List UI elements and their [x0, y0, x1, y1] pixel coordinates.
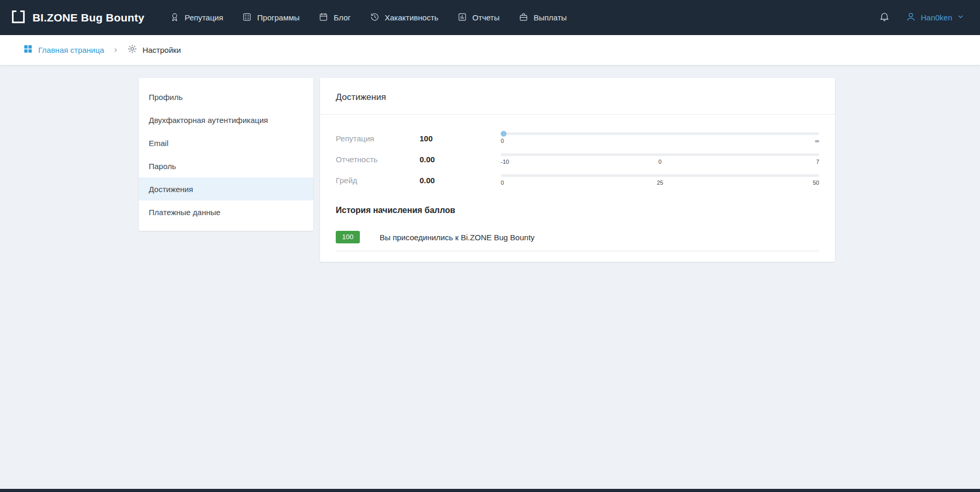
reports-icon	[457, 12, 467, 24]
footer-bar	[0, 489, 980, 492]
menu-item-label: Профиль	[149, 93, 183, 102]
slider-scale: -10 0 7	[501, 159, 819, 165]
metric-row-reporting: Отчетность 0.00 -10 0 7	[336, 150, 819, 168]
nav-item-label: Хакактивность	[385, 13, 438, 22]
metric-label: Репутация	[336, 134, 420, 143]
user-menu[interactable]: Han0ken	[906, 12, 964, 24]
slider-track	[501, 132, 819, 135]
reporting-slider: -10 0 7	[501, 153, 819, 165]
menu-item-label: Email	[149, 139, 169, 148]
reputation-icon	[170, 12, 180, 24]
grade-slider: 0 25 50	[501, 174, 819, 186]
slider-scale: 0 ∞	[501, 138, 819, 144]
history-item: 100 Вы присоединились к Bi.ZONE Bug Boun…	[336, 231, 819, 251]
breadcrumb-home-link[interactable]: Главная страница	[23, 44, 104, 56]
slider-handle[interactable]	[501, 131, 506, 137]
menu-item-profile[interactable]: Профиль	[139, 85, 313, 108]
menu-item-label: Платежные данные	[149, 208, 221, 217]
nav-item-reputation[interactable]: Репутация	[162, 7, 230, 29]
nav-item-label: Выплаты	[534, 13, 567, 22]
slider-track	[501, 174, 819, 177]
blog-icon	[318, 12, 328, 24]
breadcrumb-current: Настройки	[127, 44, 181, 56]
reputation-slider: 0 ∞	[501, 132, 819, 144]
nav-item-reports[interactable]: Отчеты	[450, 7, 507, 29]
metric-label: Грейд	[336, 176, 420, 185]
bell-icon	[879, 11, 890, 24]
metric-label: Отчетность	[336, 155, 420, 164]
payouts-icon	[519, 12, 528, 24]
menu-item-email[interactable]: Email	[139, 131, 313, 154]
topnav-right: Han0ken	[879, 11, 964, 24]
breadcrumb-current-label: Настройки	[142, 46, 181, 54]
slider-track	[501, 153, 819, 156]
bizone-logo-icon	[10, 9, 26, 27]
scale-max: 50	[813, 180, 819, 186]
notifications-button[interactable]	[879, 11, 890, 24]
nav-item-label: Блог	[334, 13, 350, 22]
history-text: Вы присоединились к Bi.ZONE Bug Bounty	[380, 233, 535, 242]
nav-item-payouts[interactable]: Выплаты	[511, 7, 574, 29]
main-nav: Репутация Программы Блог	[162, 7, 574, 29]
nav-item-label: Программы	[257, 13, 300, 22]
metric-row-reputation: Репутация 100 0 ∞	[336, 129, 819, 147]
chevron-down-icon	[957, 13, 964, 22]
home-grid-icon	[23, 44, 33, 56]
menu-item-label: Пароль	[149, 162, 176, 171]
scale-mid: 0	[658, 159, 662, 165]
scale-min: 0	[501, 180, 504, 186]
menu-item-label: Достижения	[149, 185, 193, 194]
menu-item-payment-data[interactable]: Платежные данные	[139, 200, 313, 223]
settings-menu-card: Профиль Двухфакторная аутентификация Ema…	[139, 78, 313, 231]
metric-value: 100	[420, 134, 501, 143]
hackactivity-icon	[370, 12, 380, 24]
nav-item-blog[interactable]: Блог	[311, 7, 358, 29]
page-content: Профиль Двухфакторная аутентификация Ema…	[0, 65, 980, 489]
brand-logo[interactable]: BI.ZONE Bug Bounty	[10, 9, 145, 27]
user-icon	[906, 12, 916, 24]
scale-mid: 25	[657, 180, 663, 186]
nav-item-label: Отчеты	[472, 13, 500, 22]
menu-item-label: Двухфакторная аутентификация	[149, 116, 268, 125]
metric-value: 0.00	[420, 176, 501, 185]
nav-item-hackactivity[interactable]: Хакактивность	[362, 7, 446, 29]
metric-value: 0.00	[420, 155, 501, 164]
history-title: История начисления баллов	[336, 206, 819, 215]
breadcrumb-home-label: Главная страница	[38, 46, 104, 54]
scale-min: -10	[501, 159, 509, 165]
achievements-title: Достижения	[320, 78, 835, 115]
top-navigation: BI.ZONE Bug Bounty Репутация Программы	[0, 0, 980, 35]
user-name: Han0ken	[921, 13, 952, 22]
metric-row-grade: Грейд 0.00 0 25 50	[336, 171, 819, 189]
nav-item-label: Репутация	[185, 13, 223, 22]
menu-item-achievements[interactable]: Достижения	[139, 177, 313, 200]
points-badge: 100	[336, 231, 360, 243]
nav-item-programs[interactable]: Программы	[235, 7, 307, 29]
breadcrumb: Главная страница Настройки	[0, 35, 980, 65]
brand-title: BI.ZONE Bug Bounty	[32, 12, 145, 24]
achievements-card: Достижения Репутация 100 0 ∞ Отчетн	[320, 78, 835, 262]
slider-scale: 0 25 50	[501, 180, 819, 186]
scale-max: ∞	[815, 138, 819, 144]
chevron-right-icon	[113, 47, 119, 53]
gear-icon	[127, 44, 137, 56]
menu-item-2fa[interactable]: Двухфакторная аутентификация	[139, 108, 313, 131]
menu-item-password[interactable]: Пароль	[139, 154, 313, 177]
programs-icon	[242, 12, 252, 24]
scale-max: 7	[816, 159, 819, 165]
scale-min: 0	[501, 138, 504, 144]
metrics-section: Репутация 100 0 ∞ Отчетность 0.00	[320, 115, 835, 189]
